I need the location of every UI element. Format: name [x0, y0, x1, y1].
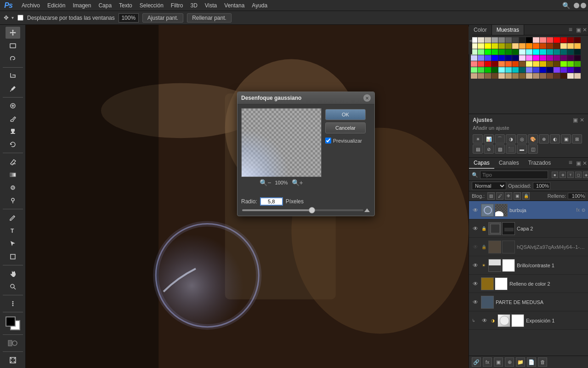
layer-visibility-brillo[interactable]: 👁: [472, 262, 479, 269]
swatch[interactable]: [505, 37, 512, 43]
swatch[interactable]: [485, 43, 491, 49]
swatch[interactable]: [540, 43, 546, 49]
add-mask-btn[interactable]: ▣: [494, 357, 503, 367]
foreground-color[interactable]: [6, 316, 16, 327]
swatch[interactable]: [512, 73, 519, 79]
frame-tool[interactable]: [6, 354, 20, 366]
heal-tool[interactable]: [6, 100, 20, 112]
minimize-btn[interactable]: [574, 3, 579, 8]
layer-visibility-burbuja[interactable]: 👁: [472, 207, 479, 214]
swatch[interactable]: [492, 73, 498, 79]
pen-tool[interactable]: [6, 212, 20, 224]
radius-input[interactable]: [260, 197, 283, 206]
move-all-checkbox[interactable]: [17, 15, 23, 21]
swatch[interactable]: [547, 37, 553, 43]
swatch[interactable]: [512, 55, 519, 61]
swatch[interactable]: [574, 67, 581, 73]
swatch[interactable]: [512, 37, 519, 43]
fit-screen-btn[interactable]: Ajustar pant.: [142, 13, 183, 23]
create-group-btn[interactable]: 📁: [516, 357, 525, 367]
link-layers-btn[interactable]: 🔗: [472, 357, 481, 367]
create-layer-btn[interactable]: 📄: [527, 357, 536, 367]
adj-hue-icon[interactable]: 🎨: [528, 134, 538, 144]
create-adjustment-btn[interactable]: ⊕: [505, 357, 514, 367]
menu-texto[interactable]: Texto: [116, 1, 136, 10]
swatch[interactable]: [492, 67, 498, 73]
lock-position-icon[interactable]: ✙: [505, 192, 512, 200]
layer-item-burbuja[interactable]: 👁 burbuja fx ⊙: [469, 201, 588, 219]
quick-mask-tool[interactable]: [6, 337, 20, 349]
preview-checkbox[interactable]: [325, 138, 331, 144]
extra-tool[interactable]: [6, 298, 20, 310]
opacity-input[interactable]: [533, 182, 550, 190]
tab-trazados[interactable]: Trazados: [524, 158, 556, 169]
swatch[interactable]: [554, 73, 560, 79]
swatch[interactable]: [574, 61, 581, 67]
swatch[interactable]: [519, 37, 526, 43]
swatch[interactable]: [505, 73, 512, 79]
swatch[interactable]: [533, 73, 539, 79]
swatch[interactable]: [574, 43, 581, 49]
swatch[interactable]: [478, 49, 484, 55]
adj-colorbalance-icon[interactable]: ⊕: [539, 134, 549, 144]
swatch[interactable]: [505, 61, 512, 67]
swatch[interactable]: [560, 61, 567, 67]
preview-canvas[interactable]: [241, 108, 322, 177]
swatch[interactable]: [492, 37, 498, 43]
filter-shape-icon[interactable]: ◻: [575, 172, 582, 178]
swatch[interactable]: [547, 49, 553, 55]
swatch[interactable]: [533, 67, 539, 73]
eraser-tool[interactable]: [6, 155, 20, 167]
history-brush-tool[interactable]: [6, 138, 20, 150]
swatch[interactable]: [471, 73, 477, 79]
canvas-area[interactable]: Desenfoque gaussiano ✕: [26, 25, 469, 368]
lock-all-icon[interactable]: 🔒: [522, 192, 530, 200]
menu-seleccion[interactable]: Selección: [136, 1, 167, 10]
swatch[interactable]: [574, 73, 581, 79]
swatch[interactable]: [540, 61, 546, 67]
blur-tool[interactable]: [6, 182, 20, 194]
swatch[interactable]: [526, 67, 532, 73]
lock-transparent-icon[interactable]: ▨: [487, 192, 495, 200]
swatch[interactable]: [519, 73, 526, 79]
layer-item-medusa[interactable]: 👁 PARTE DE MEDUSA: [469, 293, 588, 311]
swatch[interactable]: [526, 49, 532, 55]
dialog-titlebar[interactable]: Desenfoque gaussiano ✕: [237, 92, 374, 104]
swatch[interactable]: [485, 73, 491, 79]
swatch[interactable]: [498, 61, 505, 67]
swatch[interactable]: [478, 73, 484, 79]
swatch[interactable]: [519, 61, 526, 67]
menu-ayuda[interactable]: Ayuda: [249, 1, 271, 10]
adj-channel-icon[interactable]: ⊞: [572, 134, 582, 144]
swatch[interactable]: [567, 73, 574, 79]
select-rect-tool[interactable]: [6, 40, 20, 52]
adj-vibrance-icon[interactable]: ◎: [517, 134, 527, 144]
radius-slider[interactable]: [242, 209, 363, 211]
gradient-tool[interactable]: [6, 169, 20, 181]
swatch[interactable]: [574, 55, 581, 61]
cancel-btn[interactable]: Cancelar: [325, 122, 366, 133]
swatch[interactable]: [519, 55, 526, 61]
swatch[interactable]: [519, 67, 526, 73]
add-layer-style-btn[interactable]: fx: [483, 357, 492, 367]
swatch[interactable]: [567, 67, 574, 73]
swatch[interactable]: [540, 49, 546, 55]
swatch[interactable]: [505, 55, 512, 61]
swatch[interactable]: [471, 55, 477, 61]
panel-close-icon[interactable]: ✕: [582, 27, 587, 33]
swatch[interactable]: [533, 55, 539, 61]
lock-artboard-icon[interactable]: ▣: [514, 192, 521, 200]
zoom-input[interactable]: [119, 13, 139, 23]
menu-filtro[interactable]: Filtro: [168, 1, 187, 10]
swatch[interactable]: [512, 61, 519, 67]
swatch[interactable]: [554, 49, 560, 55]
adj-photofil-icon[interactable]: ▣: [561, 134, 571, 144]
stamp-tool[interactable]: [6, 126, 20, 138]
adj-threshold-icon[interactable]: ⬛: [506, 144, 516, 154]
swatch[interactable]: [547, 61, 553, 67]
layer-options-burbuja[interactable]: ⊙: [582, 207, 585, 213]
swatch[interactable]: [554, 61, 560, 67]
swatch[interactable]: [567, 61, 574, 67]
swatch[interactable]: [540, 55, 546, 61]
swatch[interactable]: [492, 43, 498, 49]
